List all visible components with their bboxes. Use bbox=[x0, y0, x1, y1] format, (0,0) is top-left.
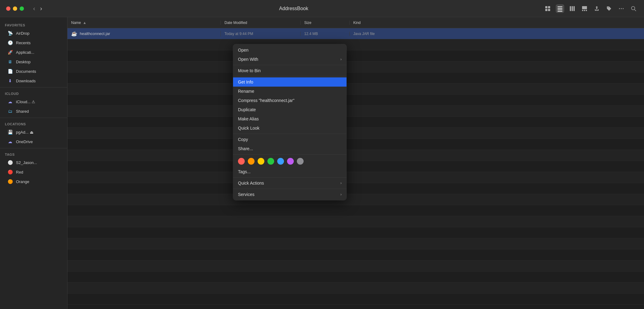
color-tag-purple[interactable] bbox=[287, 158, 294, 165]
ctx-quick-look[interactable]: Quick Look bbox=[233, 123, 347, 133]
sidebar-label-tag-red: Red bbox=[16, 170, 23, 174]
sidebar-item-applications[interactable]: 🚀 Applicati... bbox=[2, 48, 65, 57]
svg-rect-13 bbox=[584, 10, 585, 11]
table-row[interactable] bbox=[67, 39, 644, 50]
ctx-get-info-label: Get Info bbox=[238, 80, 253, 84]
color-tag-gray[interactable] bbox=[297, 158, 304, 165]
share-button[interactable] bbox=[592, 4, 601, 13]
column-name-header[interactable]: Name ▲ bbox=[67, 21, 221, 25]
search-button[interactable] bbox=[629, 4, 638, 13]
svg-rect-12 bbox=[582, 10, 583, 11]
svg-rect-4 bbox=[558, 6, 562, 7]
sidebar-item-shared[interactable]: 🗂 Shared bbox=[2, 107, 65, 116]
sidebar-item-recents[interactable]: 🕐 Recents bbox=[2, 38, 65, 47]
sidebar-item-downloads[interactable]: ⬇ Downloads bbox=[2, 76, 65, 85]
column-size-header[interactable]: Size bbox=[301, 21, 350, 25]
list-view-button[interactable] bbox=[556, 4, 564, 13]
color-tag-blue[interactable] bbox=[277, 158, 284, 165]
table-row[interactable] bbox=[67, 227, 644, 238]
sidebar-label-airdrop: AirDrop bbox=[16, 31, 29, 36]
sidebar-item-airdrop[interactable]: 📡 AirDrop bbox=[2, 29, 65, 38]
table-row[interactable] bbox=[67, 238, 644, 249]
applications-icon: 🚀 bbox=[7, 49, 13, 55]
color-tag-orange[interactable] bbox=[248, 158, 255, 165]
ctx-compress[interactable]: Compress "healthconnect.jar" bbox=[233, 96, 347, 105]
sidebar-label-documents: Documents bbox=[16, 69, 36, 74]
file-list: ☕ healthconnect.jar Today at 9:44 PM 12.… bbox=[67, 28, 644, 305]
table-row[interactable] bbox=[67, 106, 644, 117]
content-area: Name ▲ Date Modified Size Kind ☕ healthc… bbox=[67, 17, 644, 309]
table-row[interactable] bbox=[67, 205, 644, 216]
back-button[interactable]: ‹ bbox=[31, 4, 37, 13]
table-row[interactable] bbox=[67, 50, 644, 61]
svg-rect-9 bbox=[572, 6, 573, 11]
ctx-rename-label: Rename bbox=[238, 89, 254, 94]
ctx-make-alias[interactable]: Make Alias bbox=[233, 114, 347, 123]
sidebar-item-icloud[interactable]: ☁ iCloud... ⚠ bbox=[2, 97, 65, 106]
svg-point-15 bbox=[619, 8, 620, 9]
file-name-cell: ☕ healthconnect.jar bbox=[67, 31, 221, 37]
table-row[interactable] bbox=[67, 172, 644, 183]
sidebar-item-desktop[interactable]: 🖥 Desktop bbox=[2, 57, 65, 66]
svg-line-19 bbox=[634, 10, 636, 11]
ctx-get-info[interactable]: Get Info bbox=[233, 77, 347, 87]
ctx-rename[interactable]: Rename bbox=[233, 87, 347, 96]
sidebar-item-tag-orange[interactable]: 🟠 Orange bbox=[2, 177, 65, 186]
sidebar-label-downloads: Downloads bbox=[16, 79, 36, 83]
table-row[interactable] bbox=[67, 72, 644, 84]
table-row[interactable] bbox=[67, 161, 644, 172]
sidebar-item-tag-red[interactable]: 🔴 Red bbox=[2, 167, 65, 177]
column-header: Name ▲ Date Modified Size Kind bbox=[67, 17, 644, 28]
column-view-button[interactable] bbox=[568, 4, 577, 13]
table-row[interactable] bbox=[67, 150, 644, 161]
downloads-icon: ⬇ bbox=[7, 78, 13, 84]
table-row[interactable] bbox=[67, 61, 644, 72]
svg-rect-11 bbox=[582, 6, 587, 9]
table-row[interactable] bbox=[67, 128, 644, 139]
ctx-duplicate[interactable]: Duplicate bbox=[233, 105, 347, 114]
table-row[interactable] bbox=[67, 216, 644, 227]
more-button[interactable] bbox=[617, 4, 626, 13]
ctx-open-with[interactable]: Open With › bbox=[233, 55, 347, 64]
table-row[interactable] bbox=[67, 260, 644, 272]
ctx-tags[interactable]: Tags... bbox=[233, 167, 347, 176]
column-kind-header[interactable]: Kind bbox=[350, 21, 644, 25]
table-row[interactable] bbox=[67, 283, 644, 294]
table-row[interactable] bbox=[67, 139, 644, 150]
onedrive-icon: ☁ bbox=[7, 139, 13, 144]
sidebar-item-tag-s2jason[interactable]: ⚪ S2_Jason... bbox=[2, 158, 65, 167]
ctx-open-with-label: Open With bbox=[238, 57, 258, 62]
color-tag-yellow[interactable] bbox=[258, 158, 264, 165]
table-row[interactable] bbox=[67, 95, 644, 106]
maximize-button[interactable] bbox=[20, 6, 24, 11]
ctx-move-to-bin[interactable]: Move to Bin bbox=[233, 66, 347, 75]
table-row[interactable] bbox=[67, 84, 644, 95]
ctx-share[interactable]: Share... bbox=[233, 144, 347, 153]
minimize-button[interactable] bbox=[13, 6, 17, 11]
nav-arrows: ‹ › bbox=[31, 4, 44, 13]
table-row[interactable] bbox=[67, 183, 644, 194]
column-date-header[interactable]: Date Modified bbox=[221, 21, 301, 25]
sidebar-item-pgad[interactable]: 💾 pgAd... ⏏ bbox=[2, 127, 65, 137]
icon-view-button[interactable] bbox=[543, 4, 552, 13]
table-row[interactable] bbox=[67, 117, 644, 128]
table-row[interactable] bbox=[67, 249, 644, 260]
close-button[interactable] bbox=[6, 6, 10, 11]
sidebar-section-favorites: Favorites bbox=[0, 21, 67, 28]
sidebar-item-documents[interactable]: 📄 Documents bbox=[2, 67, 65, 76]
forward-button[interactable]: › bbox=[38, 4, 44, 13]
table-row[interactable]: ☕ healthconnect.jar Today at 9:44 PM 12.… bbox=[67, 28, 644, 39]
ctx-copy[interactable]: Copy bbox=[233, 135, 347, 144]
ctx-services[interactable]: Services › bbox=[233, 190, 347, 199]
tag-button[interactable] bbox=[605, 4, 613, 13]
sidebar-item-onedrive[interactable]: ☁ OneDrive bbox=[2, 137, 65, 146]
table-row[interactable] bbox=[67, 194, 644, 205]
ctx-open[interactable]: Open bbox=[233, 45, 347, 55]
ctx-divider-6 bbox=[233, 189, 347, 189]
gallery-view-button[interactable] bbox=[580, 4, 589, 13]
color-tag-red[interactable] bbox=[238, 158, 245, 165]
color-tag-green[interactable] bbox=[267, 158, 274, 165]
table-row[interactable] bbox=[67, 272, 644, 283]
ctx-quick-actions[interactable]: Quick Actions › bbox=[233, 178, 347, 188]
table-row[interactable] bbox=[67, 294, 644, 305]
